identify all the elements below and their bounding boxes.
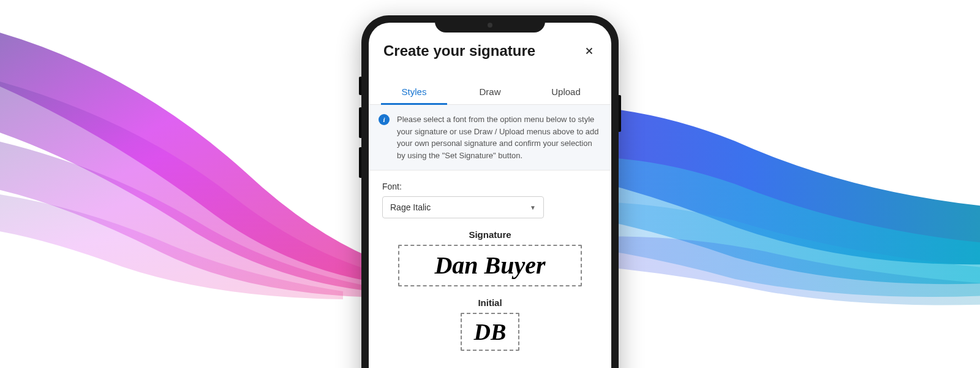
signature-preview-box[interactable]: Dan Buyer: [398, 245, 582, 286]
font-select[interactable]: Rage Italic ▼: [382, 196, 544, 218]
tabs: Styles Draw Upload: [369, 79, 611, 105]
phone-left-button: [359, 147, 361, 178]
phone-left-button: [359, 77, 361, 95]
info-icon: i: [379, 114, 390, 125]
info-banner: i Please select a font from the option m…: [369, 105, 611, 171]
phone-notch: [435, 15, 545, 33]
dialog-title: Create your signature: [383, 42, 535, 59]
initial-preview-box[interactable]: DB: [461, 313, 520, 351]
tab-styles[interactable]: Styles: [376, 79, 452, 104]
signature-preview-text: Dan Buyer: [414, 253, 566, 278]
phone-side-button: [619, 95, 621, 132]
font-label: Font:: [382, 182, 598, 191]
chevron-down-icon: ▼: [530, 204, 536, 211]
phone-screen: Create your signature Styles Draw Upload…: [369, 23, 611, 368]
initial-preview-text: DB: [474, 320, 507, 343]
info-text: Please select a font from the option men…: [397, 113, 601, 161]
content-area: Font: Rage Italic ▼ Signature Dan Buyer …: [369, 171, 611, 362]
font-selected-value: Rage Italic: [390, 202, 431, 212]
close-button[interactable]: [582, 44, 597, 58]
tab-upload[interactable]: Upload: [528, 79, 604, 104]
signature-label: Signature: [382, 229, 598, 240]
initial-label: Initial: [382, 297, 598, 308]
phone-left-button: [359, 107, 361, 138]
signature-section: Signature Dan Buyer: [382, 229, 598, 286]
phone-mockup: Create your signature Styles Draw Upload…: [361, 15, 619, 368]
close-icon: [584, 45, 595, 56]
tab-draw[interactable]: Draw: [452, 79, 528, 104]
initial-section: Initial DB: [382, 297, 598, 351]
